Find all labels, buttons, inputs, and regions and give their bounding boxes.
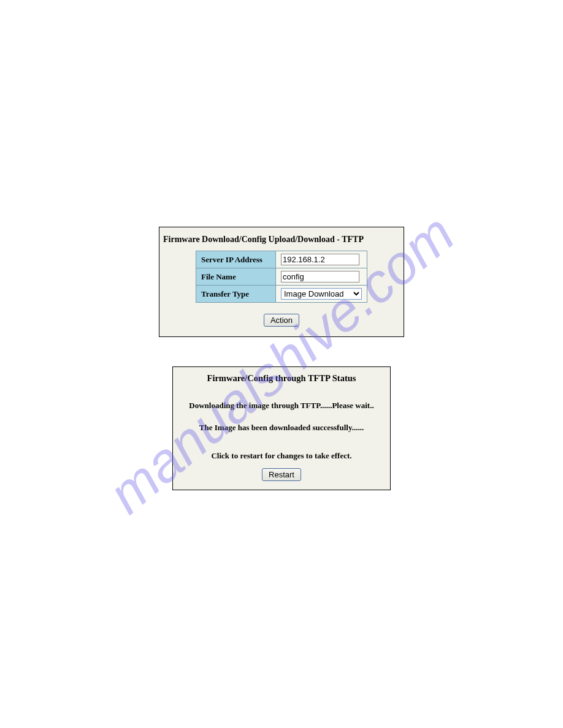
row-server-ip: Server IP Address <box>196 251 367 268</box>
server-ip-label: Server IP Address <box>196 251 276 268</box>
row-transfer-type: Transfer Type Image Download <box>196 286 367 303</box>
restart-button[interactable]: Restart <box>262 468 301 481</box>
restart-hint: Click to restart for changes to take eff… <box>177 451 386 461</box>
server-ip-input[interactable] <box>281 254 359 265</box>
tftp-status-panel: Firmware/Config through TFTP Status Down… <box>172 366 391 490</box>
transfer-type-label: Transfer Type <box>196 286 276 303</box>
status-downloading: Downloading the image through TFTP......… <box>177 401 386 411</box>
action-row: Action <box>159 314 404 327</box>
tftp-form-table: Server IP Address File Name Transfer Typ… <box>196 251 367 303</box>
file-name-cell <box>276 268 367 286</box>
action-button[interactable]: Action <box>264 314 299 327</box>
status-panel-title: Firmware/Config through TFTP Status <box>177 373 386 384</box>
tftp-config-panel: Firmware Download/Config Upload/Download… <box>159 227 404 337</box>
transfer-type-select[interactable]: Image Download <box>281 288 362 300</box>
tftp-panel-title: Firmware Download/Config Upload/Download… <box>159 232 404 251</box>
server-ip-cell <box>276 251 367 268</box>
page-content: Firmware Download/Config Upload/Download… <box>0 0 563 490</box>
file-name-label: File Name <box>196 268 276 286</box>
file-name-input[interactable] <box>281 271 359 282</box>
status-success: The Image has been downloaded successful… <box>177 423 386 433</box>
row-file-name: File Name <box>196 268 367 286</box>
transfer-type-cell: Image Download <box>276 286 367 303</box>
